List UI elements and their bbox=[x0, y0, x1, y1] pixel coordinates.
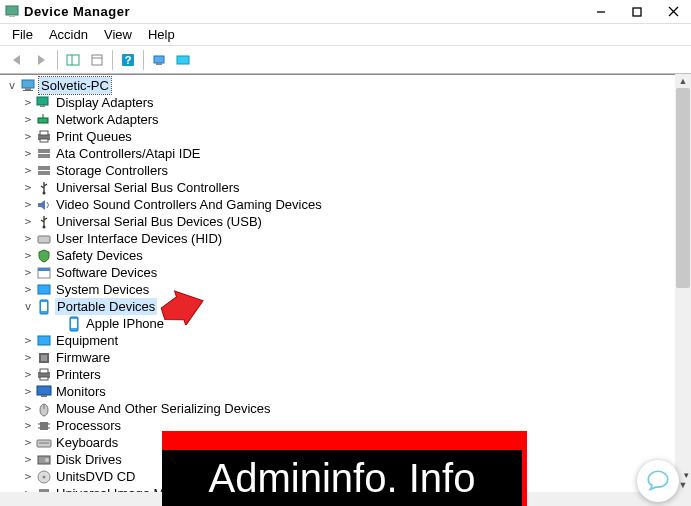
expand-toggle[interactable]: v bbox=[22, 298, 34, 315]
expand-toggle[interactable]: > bbox=[22, 417, 34, 434]
tree-item-label: Print Queues bbox=[55, 128, 133, 145]
category-icon bbox=[36, 146, 52, 162]
scan-hardware-button[interactable] bbox=[147, 48, 171, 72]
tree-item[interactable]: >Ata Controllers/Atapi IDE bbox=[4, 145, 691, 162]
close-button[interactable] bbox=[655, 0, 691, 24]
expand-toggle[interactable]: > bbox=[22, 145, 34, 162]
device-tree[interactable]: vSolvetic-PC>Display Adapters>Network Ad… bbox=[0, 75, 691, 492]
expand-toggle[interactable]: > bbox=[22, 434, 34, 451]
tree-item-label: Universal Serial Bus Controllers bbox=[55, 179, 241, 196]
tree-item[interactable]: >Software Devices bbox=[4, 264, 691, 281]
svg-rect-46 bbox=[40, 369, 48, 373]
tree-item-label: Firmware bbox=[55, 349, 111, 366]
scroll-thumb[interactable] bbox=[676, 88, 690, 288]
tree-item[interactable]: >Equipment bbox=[4, 332, 691, 349]
svg-rect-30 bbox=[38, 171, 50, 175]
menu-action[interactable]: Accidn bbox=[43, 25, 94, 44]
menu-help[interactable]: Help bbox=[142, 25, 181, 44]
show-hide-console-button[interactable] bbox=[61, 48, 85, 72]
tree-item-label: Display Adapters bbox=[55, 94, 155, 111]
maximize-button[interactable] bbox=[619, 0, 655, 24]
tree-item[interactable]: >Processors bbox=[4, 417, 691, 434]
tree-item[interactable]: >Mouse And Other Serializing Devices bbox=[4, 400, 691, 417]
tree-item[interactable]: >Universal Serial Bus Controllers bbox=[4, 179, 691, 196]
expand-toggle[interactable]: > bbox=[22, 349, 34, 366]
menu-file[interactable]: File bbox=[6, 25, 39, 44]
tree-item[interactable]: >Monitors bbox=[4, 383, 691, 400]
expand-toggle[interactable]: > bbox=[22, 162, 34, 179]
expand-toggle[interactable]: > bbox=[22, 383, 34, 400]
expand-toggle[interactable]: > bbox=[22, 400, 34, 417]
category-icon bbox=[36, 214, 52, 230]
svg-rect-17 bbox=[22, 80, 34, 88]
horizontal-scrollbar[interactable] bbox=[0, 492, 675, 506]
tree-item-label: Network Adapters bbox=[55, 111, 160, 128]
menu-view[interactable]: View bbox=[98, 25, 138, 44]
back-button[interactable] bbox=[6, 48, 30, 72]
svg-rect-44 bbox=[41, 355, 47, 361]
expand-toggle[interactable]: > bbox=[22, 451, 34, 468]
expand-toggle[interactable]: > bbox=[22, 230, 34, 247]
svg-rect-36 bbox=[38, 268, 50, 271]
tree-item-label: Safety Devices bbox=[55, 247, 144, 264]
category-icon bbox=[36, 248, 52, 264]
expand-toggle[interactable]: > bbox=[22, 468, 34, 485]
tree-item[interactable]: >Storage Controllers bbox=[4, 162, 691, 179]
tree-item[interactable]: >Printers bbox=[4, 366, 691, 383]
tree-child-item[interactable]: Apple IPhone bbox=[4, 315, 691, 332]
tree-item[interactable]: >Video Sound Controllers And Gaming Devi… bbox=[4, 196, 691, 213]
svg-point-62 bbox=[43, 475, 46, 478]
svg-rect-27 bbox=[38, 149, 50, 153]
tree-item-label: Monitors bbox=[55, 383, 107, 400]
category-icon bbox=[36, 129, 52, 145]
scroll-up-button[interactable]: ▲ bbox=[675, 74, 691, 88]
tree-root[interactable]: vSolvetic-PC bbox=[4, 77, 691, 94]
devices-button[interactable] bbox=[171, 48, 195, 72]
tree-item[interactable]: >Keyboards bbox=[4, 434, 691, 451]
expand-toggle[interactable]: > bbox=[22, 366, 34, 383]
tree-item[interactable]: >Network Adapters bbox=[4, 111, 691, 128]
help-button[interactable]: ? bbox=[116, 48, 140, 72]
scroll-corner bbox=[675, 492, 691, 506]
tree-item[interactable]: vPortable Devices bbox=[4, 298, 691, 315]
tree-item[interactable]: >Universal Serial Bus Devices (USB) bbox=[4, 213, 691, 230]
forward-button[interactable] bbox=[30, 48, 54, 72]
expand-toggle[interactable]: > bbox=[22, 247, 34, 264]
tree-item[interactable]: >Firmware bbox=[4, 349, 691, 366]
chat-widget-button[interactable] bbox=[637, 460, 679, 502]
chat-dropdown-icon[interactable]: ▾ bbox=[684, 470, 689, 480]
tree-item[interactable]: >Print Queues bbox=[4, 128, 691, 145]
tree-item[interactable]: >Safety Devices bbox=[4, 247, 691, 264]
expand-toggle[interactable]: > bbox=[22, 332, 34, 349]
tree-item-label: Disk Drives bbox=[55, 451, 123, 468]
svg-rect-34 bbox=[38, 236, 50, 243]
tree-item-label: Portable Devices bbox=[55, 298, 157, 315]
vertical-scrollbar[interactable]: ▲ ▼ bbox=[675, 74, 691, 492]
tree-item[interactable]: >UnitsDVD CD bbox=[4, 468, 691, 485]
svg-rect-22 bbox=[38, 118, 48, 123]
tree-item-label: Video Sound Controllers And Gaming Devic… bbox=[55, 196, 323, 213]
properties-button[interactable] bbox=[85, 48, 109, 72]
tree-item-label: Universal Serial Bus Devices (USB) bbox=[55, 213, 263, 230]
svg-rect-47 bbox=[40, 377, 48, 380]
expand-toggle[interactable]: > bbox=[22, 196, 34, 213]
expand-toggle[interactable]: > bbox=[22, 213, 34, 230]
expand-toggle[interactable]: > bbox=[22, 179, 34, 196]
expand-toggle[interactable]: > bbox=[22, 94, 34, 111]
expand-toggle[interactable]: > bbox=[22, 264, 34, 281]
expand-toggle[interactable]: > bbox=[22, 485, 34, 492]
expand-toggle[interactable]: > bbox=[22, 281, 34, 298]
tree-item[interactable]: >Universal Image Mount bbox=[4, 485, 691, 492]
tree-item[interactable]: >Display Adapters bbox=[4, 94, 691, 111]
tree-child-label: Apple IPhone bbox=[85, 315, 165, 332]
tree-item[interactable]: >System Devices bbox=[4, 281, 691, 298]
tree-item[interactable]: >Disk Drives bbox=[4, 451, 691, 468]
category-icon bbox=[36, 265, 52, 281]
minimize-button[interactable] bbox=[583, 0, 619, 24]
tree-item[interactable]: >User Interface Devices (HID) bbox=[4, 230, 691, 247]
expand-toggle[interactable]: > bbox=[22, 111, 34, 128]
svg-rect-42 bbox=[38, 336, 50, 345]
expand-toggle[interactable]: > bbox=[22, 128, 34, 145]
svg-rect-26 bbox=[40, 139, 48, 142]
svg-rect-21 bbox=[40, 105, 45, 107]
